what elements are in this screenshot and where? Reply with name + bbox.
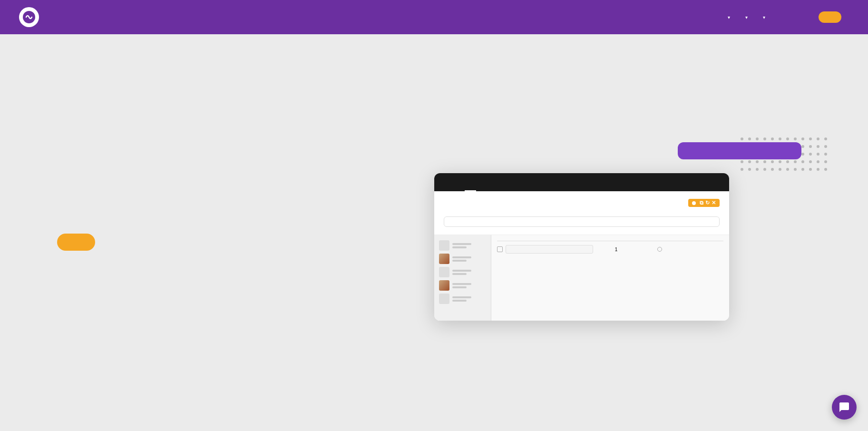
mock-product-title-section: ⧉ ↻ ✕ bbox=[434, 191, 729, 235]
mock-listing-text bbox=[444, 216, 720, 227]
product-thumbnail bbox=[439, 267, 449, 277]
mock-sidebar-item[interactable] bbox=[434, 252, 491, 265]
chevron-down-icon: ▾ bbox=[763, 15, 765, 20]
kw-checkbox[interactable] bbox=[497, 246, 503, 252]
mock-keywords-panel: 1 bbox=[491, 235, 729, 321]
copy-icon[interactable]: ⧉ bbox=[700, 200, 703, 206]
nav-item-features[interactable]: ▾ bbox=[743, 15, 748, 20]
nav-item-why[interactable]: ▾ bbox=[726, 15, 730, 20]
item-lines bbox=[452, 256, 471, 262]
add-keyword-input[interactable] bbox=[506, 245, 593, 254]
logo-link[interactable] bbox=[19, 7, 44, 27]
logo-icon bbox=[19, 7, 39, 27]
chat-bubble-button[interactable] bbox=[832, 395, 857, 420]
hero-content bbox=[57, 215, 314, 251]
kw-ideal-1: 1 bbox=[596, 247, 636, 252]
refresh-icon[interactable]: ↻ bbox=[705, 200, 710, 206]
mock-tabs bbox=[434, 173, 729, 191]
nav-cta-group bbox=[819, 11, 849, 23]
free-trial-button[interactable] bbox=[819, 11, 841, 23]
mock-section-header: ⧉ ↻ ✕ bbox=[444, 199, 720, 207]
chat-icon bbox=[839, 402, 850, 413]
mock-badge: ⧉ ↻ ✕ bbox=[688, 199, 720, 207]
badge-dot bbox=[692, 201, 696, 205]
mock-sidebar-item[interactable] bbox=[434, 292, 491, 305]
product-thumbnail bbox=[439, 280, 449, 291]
nav-item-resources[interactable]: ▾ bbox=[761, 15, 765, 20]
trial-cta-button[interactable] bbox=[57, 234, 95, 251]
settings-icon[interactable]: ✕ bbox=[712, 200, 716, 206]
nav-links: ▾ ▾ ▾ bbox=[726, 15, 805, 20]
hero-visual: const dotsContainer = document.querySele… bbox=[333, 133, 830, 333]
keywords-table-header bbox=[497, 239, 723, 241]
mock-tab-asin[interactable] bbox=[444, 173, 455, 191]
dashboard-mockup: ⧉ ↻ ✕ bbox=[434, 173, 729, 321]
mock-tab-title[interactable] bbox=[486, 173, 497, 191]
mock-sidebar-item[interactable] bbox=[434, 239, 491, 252]
item-lines bbox=[452, 296, 471, 302]
mock-sidebar-item[interactable] bbox=[434, 279, 491, 292]
navbar: ▾ ▾ ▾ bbox=[0, 0, 868, 34]
kw-circle bbox=[639, 245, 680, 254]
mock-tab-listing-name[interactable] bbox=[465, 173, 476, 191]
item-lines bbox=[452, 270, 471, 275]
mock-keywords-table: 1 bbox=[434, 235, 729, 321]
item-lines bbox=[452, 283, 471, 288]
product-thumbnail bbox=[439, 254, 449, 264]
product-thumbnail bbox=[439, 294, 449, 304]
item-lines bbox=[452, 243, 471, 248]
hero-section: const dotsContainer = document.querySele… bbox=[0, 34, 868, 431]
mock-sidebar bbox=[434, 235, 491, 321]
chevron-down-icon: ▾ bbox=[728, 15, 730, 20]
chevron-down-icon: ▾ bbox=[745, 15, 748, 20]
product-thumbnail bbox=[439, 240, 449, 251]
product-listing-card bbox=[678, 142, 801, 159]
kw-add-row: 1 bbox=[497, 244, 723, 255]
mock-sidebar-item[interactable] bbox=[434, 265, 491, 279]
